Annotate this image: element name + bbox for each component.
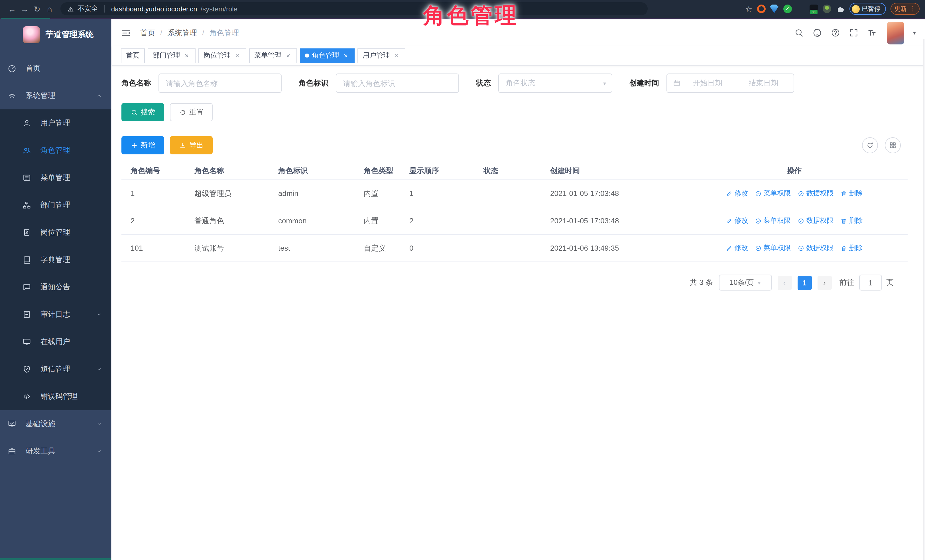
browser-back-button[interactable]: ←: [6, 4, 18, 14]
col-header-name: 角色名称: [194, 166, 278, 176]
sidebar-item-label: 系统管理: [26, 90, 55, 101]
sidebar-item-dict-mgmt[interactable]: 字典管理: [0, 246, 111, 273]
next-page-button[interactable]: ›: [817, 275, 832, 290]
col-header-id: 角色编号: [131, 166, 194, 176]
page-scrollbar[interactable]: [923, 39, 925, 560]
sidebar-item-dept-mgmt[interactable]: 部门管理: [0, 191, 111, 219]
page-size-select[interactable]: 10条/页 ▾: [719, 275, 771, 291]
search-button-label: 搜索: [141, 107, 155, 117]
help-icon[interactable]: [831, 28, 841, 38]
tab-menu-mgmt[interactable]: 菜单管理 ×: [249, 48, 297, 63]
column-settings-button[interactable]: [884, 137, 901, 153]
extension-dot-icon[interactable]: [823, 5, 831, 13]
cell-key: common: [278, 216, 364, 225]
edit-link[interactable]: 修改: [726, 243, 748, 253]
tab-close-icon[interactable]: ×: [183, 51, 190, 60]
sidebar-item-role-mgmt[interactable]: 角色管理: [0, 137, 111, 164]
hamburger-icon[interactable]: [121, 28, 131, 38]
tab-post-mgmt[interactable]: 岗位管理 ×: [198, 48, 246, 63]
data-perm-link[interactable]: 数据权限: [798, 216, 834, 225]
sidebar-item-post-mgmt[interactable]: 岗位管理: [0, 219, 111, 246]
page-number-1[interactable]: 1: [797, 275, 812, 290]
github-icon[interactable]: [813, 28, 823, 38]
font-size-icon[interactable]: [868, 28, 877, 38]
reset-button[interactable]: 重置: [170, 103, 212, 122]
sidebar-item-menu-mgmt[interactable]: 菜单管理: [0, 164, 111, 191]
cell-created: 2021-01-05 17:03:48: [550, 216, 681, 225]
delete-link[interactable]: 删除: [841, 243, 863, 253]
sidebar-item-infrastructure[interactable]: 基础设施: [0, 410, 111, 437]
extensions-puzzle-icon[interactable]: [836, 4, 845, 14]
gear-icon: [8, 91, 17, 100]
tab-close-icon[interactable]: ×: [285, 51, 292, 60]
sidebar-item-home[interactable]: 首页: [0, 55, 111, 82]
status-select[interactable]: 角色状态 ▾: [498, 74, 612, 93]
sidebar-item-label: 首页: [26, 63, 41, 74]
browser-forward-button[interactable]: →: [18, 4, 31, 14]
add-button[interactable]: 新增: [121, 136, 164, 155]
refresh-table-button[interactable]: [862, 137, 878, 153]
sidebar-item-error-code[interactable]: 错误码管理: [0, 383, 111, 410]
goto-page-input[interactable]: [859, 275, 882, 291]
prev-page-button[interactable]: ‹: [777, 275, 792, 290]
col-header-ops: 操作: [681, 166, 907, 176]
tab-role-mgmt-active[interactable]: 角色管理 ×: [300, 48, 355, 63]
extension-on-badge-icon[interactable]: on: [809, 5, 818, 13]
tab-label: 用户管理: [363, 51, 390, 60]
bookmark-star-icon[interactable]: ☆: [745, 4, 752, 14]
menu-perm-link[interactable]: 菜单权限: [755, 189, 791, 198]
tab-close-icon[interactable]: ×: [234, 51, 241, 60]
export-button[interactable]: 导出: [170, 136, 212, 155]
sidebar-logo-row[interactable]: 芋道管理系统: [0, 20, 111, 50]
table-body: 1 超级管理员 admin 内置 1 2021-01-05 17:03:48 修…: [121, 180, 907, 262]
sidebar-item-sms-mgmt[interactable]: 短信管理: [0, 356, 111, 383]
edit-link[interactable]: 修改: [726, 189, 748, 198]
tab-dept-mgmt[interactable]: 部门管理 ×: [148, 48, 196, 63]
extension-green-check-icon[interactable]: ✓: [783, 5, 792, 13]
delete-link[interactable]: 删除: [841, 216, 863, 225]
menu-perm-link[interactable]: 菜单权限: [755, 216, 791, 225]
tab-close-icon[interactable]: ×: [393, 51, 400, 60]
menu-perm-link[interactable]: 菜单权限: [755, 243, 791, 253]
extension-diamond-icon[interactable]: [796, 5, 805, 13]
breadcrumb-home[interactable]: 首页: [140, 28, 155, 38]
tab-close-icon[interactable]: ×: [342, 51, 350, 60]
browser-home-button[interactable]: ⌂: [43, 4, 56, 14]
sidebar-item-online-users[interactable]: 在线用户: [0, 328, 111, 356]
tab-home[interactable]: 首页: [121, 48, 145, 63]
browser-update-menu-button[interactable]: 更新 ⋮: [890, 3, 919, 15]
role-key-input[interactable]: [336, 74, 459, 93]
breadcrumb-system[interactable]: 系统管理: [167, 28, 197, 38]
role-name-input[interactable]: [158, 74, 282, 93]
extension-blue-gem-icon[interactable]: [770, 5, 779, 13]
address-bar[interactable]: 不安全 dashboard.yudao.iocoder.cn/system/ro…: [60, 2, 648, 15]
export-button-label: 导出: [189, 140, 203, 150]
avatar-caret-down-icon[interactable]: ▾: [913, 30, 916, 36]
sidebar-item-audit-log[interactable]: 审计日志: [0, 301, 111, 328]
edit-link[interactable]: 修改: [726, 216, 748, 225]
fullscreen-icon[interactable]: [849, 28, 859, 38]
date-range-picker[interactable]: 开始日期 - 结束日期: [666, 74, 794, 93]
profile-paused-pill[interactable]: 已暂停: [849, 3, 886, 15]
cell-name: 超级管理员: [194, 188, 278, 198]
table-row: 2 普通角色 common 内置 2 2021-01-05 17:03:48 修…: [121, 207, 907, 235]
browser-reload-button[interactable]: ↻: [31, 4, 43, 14]
delete-link[interactable]: 删除: [841, 189, 863, 198]
search-button[interactable]: 搜索: [121, 103, 164, 122]
cell-type: 自定义: [364, 243, 409, 253]
tab-label: 角色管理: [312, 51, 339, 60]
cell-key: test: [278, 244, 364, 252]
sidebar-item-notice[interactable]: 通知公告: [0, 273, 111, 301]
sidebar-item-dev-tools[interactable]: 研发工具: [0, 437, 111, 465]
data-perm-link[interactable]: 数据权限: [798, 243, 834, 253]
data-perm-link[interactable]: 数据权限: [798, 189, 834, 198]
sidebar-item-label: 研发工具: [26, 446, 55, 456]
search-icon[interactable]: [794, 28, 804, 38]
extension-orange-ring-icon[interactable]: [757, 5, 765, 13]
tab-user-mgmt[interactable]: 用户管理 ×: [357, 48, 405, 63]
refresh-icon: [179, 108, 187, 116]
user-avatar[interactable]: [887, 21, 904, 44]
sidebar-item-user-mgmt[interactable]: 用户管理: [0, 110, 111, 137]
sidebar-item-system[interactable]: 系统管理: [0, 82, 111, 110]
filter-status: 状态 角色状态 ▾: [476, 74, 612, 93]
